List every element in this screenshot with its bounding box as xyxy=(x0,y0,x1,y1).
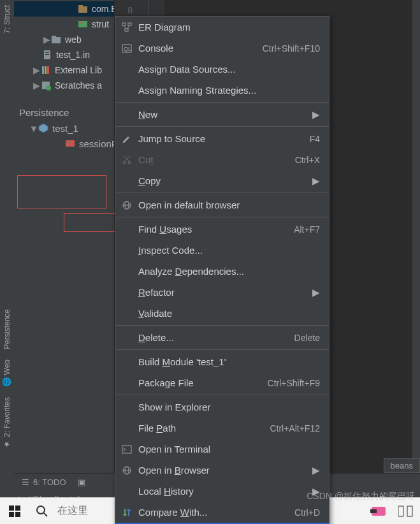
lib-icon xyxy=(41,65,51,75)
persistence-session[interactable]: sessionF xyxy=(14,136,114,151)
menu-item[interactable]: Show in Explorer xyxy=(115,397,329,418)
menu-item-label: Assign Data Sources... xyxy=(138,64,320,75)
menu-item[interactable]: ER Diagram xyxy=(115,17,329,38)
menu-item[interactable]: File PathCtrl+Alt+F12 xyxy=(115,418,329,439)
search-icon xyxy=(36,505,48,518)
tree-row[interactable]: ▶External Lib xyxy=(14,62,114,78)
tree-label: External Lib xyxy=(55,65,102,75)
tree-row[interactable]: ▶web xyxy=(14,32,114,47)
menu-item[interactable]: Assign Naming Strategies... xyxy=(115,80,329,101)
globe-icon: 🌐 xyxy=(3,377,11,387)
svg-line-21 xyxy=(127,25,129,29)
terminal-icon: ▣ xyxy=(78,477,85,487)
globe-icon xyxy=(120,465,133,476)
menu-item[interactable]: New▶ xyxy=(115,104,329,125)
menu-item-label: Build Module 'test_1' xyxy=(138,356,320,367)
tree-row[interactable]: ▶Scratches a xyxy=(14,78,114,93)
svg-rect-10 xyxy=(45,66,47,74)
svg-marker-14 xyxy=(39,124,48,133)
cut-icon xyxy=(120,154,133,166)
menu-item[interactable]: Open in default browser xyxy=(115,194,329,215)
menu-shortcut: Ctrl+Shift+F10 xyxy=(263,43,320,54)
blank-icon xyxy=(120,308,133,319)
windows-start-button[interactable] xyxy=(0,498,29,524)
menu-item[interactable]: Jump to SourceF4 xyxy=(115,128,329,149)
tab-todo[interactable]: ☰ 6: TODO xyxy=(22,477,66,487)
menu-item[interactable]: Copy▶ xyxy=(115,170,329,191)
menu-item-label: Console xyxy=(138,43,256,54)
persistence-header: Persistence xyxy=(14,105,114,120)
menu-item[interactable]: Open in Terminal xyxy=(115,439,329,460)
rail-tab-web[interactable]: 🌐 Web xyxy=(1,354,13,392)
menu-item[interactable]: Build Module 'test_1' xyxy=(115,351,329,372)
menu-shortcut: Ctrl+X xyxy=(295,155,320,165)
svg-text:QL: QL xyxy=(124,46,131,52)
menu-item[interactable]: Analyze Dependencies... xyxy=(115,261,329,282)
menu-separator xyxy=(115,217,329,217)
menu-item[interactable]: Open in Browser▶ xyxy=(115,460,329,481)
svg-rect-7 xyxy=(45,52,49,53)
tab-terminal[interactable]: ▣ xyxy=(78,477,85,487)
menu-shortcut: Ctrl+Shift+F9 xyxy=(268,378,320,388)
svg-point-25 xyxy=(128,161,131,164)
taskbar-app-icon[interactable] xyxy=(398,505,414,518)
menu-item[interactable]: Assign Data Sources... xyxy=(115,59,329,80)
menu-item[interactable]: Delete...Delete xyxy=(115,327,329,348)
svg-rect-42 xyxy=(370,509,377,513)
context-menu: ER DiagramQLConsoleCtrl+Shift+F10Assign … xyxy=(115,16,329,524)
menu-item-label: Assign Naming Strategies... xyxy=(138,85,320,96)
svg-rect-19 xyxy=(125,29,128,31)
tree-row[interactable]: test_1.in xyxy=(14,47,114,62)
menu-item-label: Inspect Code... xyxy=(138,245,320,256)
menu-item[interactable]: Package FileCtrl+Shift+F9 xyxy=(115,372,329,393)
menu-separator xyxy=(115,126,329,127)
blank-icon xyxy=(120,245,133,256)
menu-item-label: Find Usages xyxy=(138,224,287,235)
tree-label: web xyxy=(65,34,82,45)
tree-row[interactable]: strut xyxy=(14,17,114,32)
blank-icon xyxy=(120,377,133,389)
file-icon xyxy=(42,50,52,60)
session-factory-icon xyxy=(65,138,75,149)
blank-icon xyxy=(120,332,133,344)
menu-item[interactable]: Local History▶ xyxy=(115,481,329,502)
project-panel: com.Entitystrut▶webtest_1.in▶External Li… xyxy=(14,0,115,524)
svg-line-27 xyxy=(124,156,129,161)
menu-item-label: Open in Terminal xyxy=(138,444,320,455)
edit-icon xyxy=(120,133,133,145)
svg-rect-0 xyxy=(78,6,87,13)
rail-tab-structure[interactable]: 7: Struct xyxy=(1,0,13,39)
svg-point-39 xyxy=(37,506,45,514)
project-tree[interactable]: com.Entitystrut▶webtest_1.in▶External Li… xyxy=(14,0,114,94)
blank-icon xyxy=(120,175,133,187)
svg-line-20 xyxy=(124,25,126,29)
chevron-right-icon: ▶ xyxy=(312,465,320,476)
taskbar-app-icon[interactable] xyxy=(370,503,387,520)
menu-item[interactable]: Refactor▶ xyxy=(115,282,329,303)
menu-item-label: Open in default browser xyxy=(138,200,320,210)
blank-icon xyxy=(120,85,133,96)
scrollbar[interactable] xyxy=(412,0,420,524)
scratch-icon xyxy=(41,80,51,91)
struts-icon xyxy=(78,19,88,29)
persistence-root[interactable]: ▼ test_1 xyxy=(14,120,114,136)
menu-item[interactable]: Inspect Code... xyxy=(115,240,329,261)
svg-line-40 xyxy=(44,513,47,516)
menu-item[interactable]: Compare With...Ctrl+D xyxy=(115,502,329,523)
console-icon: QL xyxy=(120,43,133,54)
menu-item-label: File Path xyxy=(138,423,263,433)
svg-rect-9 xyxy=(42,66,44,74)
blank-icon xyxy=(120,64,133,75)
search-placeholder: 在这里 xyxy=(57,504,88,518)
chevron-right-icon: ▶ xyxy=(312,109,320,120)
menu-item-label: Delete... xyxy=(138,332,288,343)
tree-row[interactable]: com.Entity xyxy=(14,1,114,17)
menu-item[interactable]: Find UsagesAlt+F7 xyxy=(115,219,329,240)
menu-item[interactable]: QLConsoleCtrl+Shift+F10 xyxy=(115,38,329,59)
svg-rect-44 xyxy=(407,506,412,516)
breadcrumb-hint[interactable]: beans xyxy=(384,458,420,473)
rail-tab-favorites[interactable]: ★ 2: Favorites xyxy=(1,392,13,454)
menu-item[interactable]: Validate xyxy=(115,303,329,324)
blank-icon xyxy=(120,266,133,277)
rail-tab-persistence[interactable]: Persistence xyxy=(1,304,13,354)
